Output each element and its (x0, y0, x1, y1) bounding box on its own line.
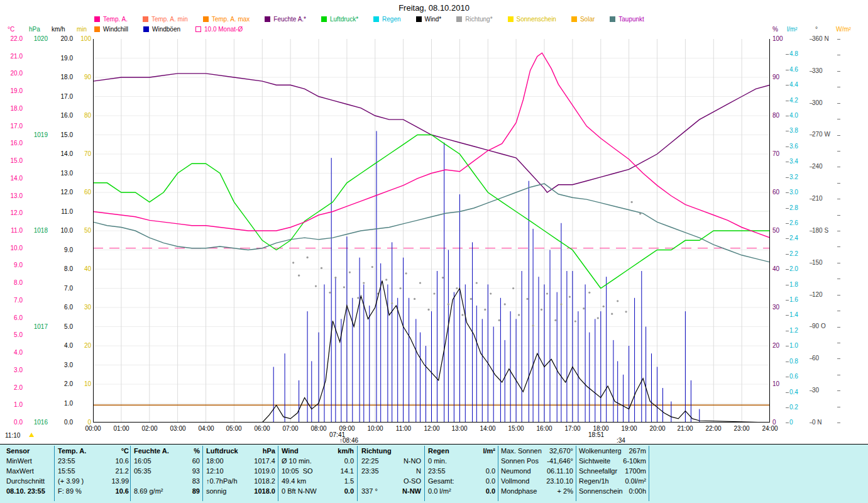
x-axis-label: 00:00 (79, 425, 107, 432)
axis-label-deg: 210 (812, 195, 823, 202)
axis-label-lm2: 1.4 (789, 311, 798, 319)
table-header: hPa (206, 447, 275, 455)
axis-tick (810, 167, 813, 167)
axis-tick (837, 167, 840, 167)
axis-tick (810, 135, 813, 135)
axis-header-hpa: hPa (29, 26, 40, 33)
legend-swatch (143, 16, 148, 22)
table-row-label: Durchschnitt (6, 477, 45, 485)
legend-swatch (321, 16, 327, 22)
axis-tick (786, 192, 789, 193)
axis-label-deg: 0 N (812, 419, 822, 426)
x-axis-label: 24:00 (756, 425, 784, 432)
axis-label-deg: 120 (812, 291, 823, 299)
sun-marker-icon (29, 433, 34, 437)
series-richtung (456, 287, 458, 289)
x-axis-label: 17:00 (559, 425, 586, 432)
legend-item: Wind* (416, 16, 442, 23)
series-richtung (631, 201, 633, 203)
axis-label-sun_min: 50 (63, 227, 91, 235)
axis-tick (837, 231, 840, 231)
axis-tick (786, 131, 789, 131)
axis-header-deg: ° (815, 26, 818, 33)
x-axis-label: 22:00 (700, 425, 727, 432)
axis-tick (786, 238, 789, 239)
table-header: Sensor (6, 447, 30, 455)
legend-item: Temp. A. max (203, 16, 250, 23)
x-axis-label: 13:00 (446, 425, 473, 432)
legend-item: Feuchte A.* (265, 16, 306, 23)
axis-tick (786, 362, 789, 362)
axis-tick (837, 295, 840, 296)
legend-row-1: Temp. A.Temp. A. minTemp. A. maxFeuchte … (94, 16, 659, 23)
axis-label-kmh: 5.0 (45, 323, 73, 331)
table-cell: 1018.0 (206, 487, 275, 495)
axis-tick (837, 135, 840, 136)
axis-tick (810, 263, 813, 263)
axis-label-sun_min: 80 (63, 112, 91, 119)
series-richtung (625, 311, 627, 312)
legend-swatch (373, 16, 379, 22)
axis-label-kmh: 17.0 (45, 93, 73, 101)
x-axis-label: 02:00 (136, 425, 163, 432)
axis-label-lm2: 4.6 (789, 66, 798, 74)
legend-item: Richtung* (456, 16, 492, 23)
table-separator (576, 446, 576, 501)
legend-label: Windchill (103, 26, 128, 33)
axis-label-temp_c: 20.0 (0, 70, 23, 77)
legend-label: Temp. A. (103, 16, 128, 23)
axis-header-pct: % (772, 26, 778, 33)
axis-label-temp_c: 19.0 (0, 87, 23, 95)
legend-item: Windchill (94, 26, 128, 33)
x-axis-label: 16:00 (530, 425, 558, 432)
legend-label: Sonnenschein (517, 16, 556, 23)
axis-label-hpa: 1017 (20, 323, 48, 331)
axis-label-lm2: 3.6 (789, 143, 798, 150)
axis-label-temp_c: 17.0 (0, 123, 23, 130)
axis-tick (786, 146, 789, 147)
legend-item: Taupunkt (610, 16, 644, 23)
legend-swatch (508, 16, 514, 22)
table-cell: O-SO (361, 477, 421, 485)
axis-tick (786, 254, 789, 255)
table-cell: 0 min. (428, 457, 447, 465)
series-richtung (583, 307, 585, 309)
table-cell: 0.0 (282, 487, 354, 495)
axis-tick (786, 285, 789, 285)
table-cell: 0.0 (428, 477, 495, 485)
axis-label-lm2: 1.6 (789, 296, 798, 304)
axis-tick (837, 407, 840, 407)
series-richtung (476, 282, 478, 284)
axis-label-lm2: 0.2 (789, 404, 798, 411)
axis-tick (786, 269, 789, 270)
axis-label-lm2: 1.2 (789, 327, 798, 334)
axis-tick (837, 55, 840, 55)
series-richtung (414, 298, 415, 300)
table-cell: 10.6 (58, 487, 129, 495)
axis-tick (837, 263, 840, 263)
axis-label-temp_c: 5.0 (0, 331, 23, 339)
table-row-label: MinWert (6, 457, 32, 465)
series-richtung (385, 279, 387, 280)
axis-label-deg: 60 (812, 355, 819, 362)
table-separator (278, 446, 278, 501)
axis-label-temp_c: 9.0 (0, 262, 23, 269)
moonrise-annotation: ↑08:46 (339, 437, 358, 444)
axis-label-temp_c: 7.0 (0, 297, 23, 304)
x-axis-label: 12:00 (418, 425, 446, 432)
legend-label: Regen (382, 16, 400, 23)
series-richtung (405, 272, 407, 274)
axis-label-pct: 60 (772, 189, 779, 196)
series-richtung (321, 267, 322, 269)
table-cell: 06.11.10 (501, 467, 573, 475)
axis-label-deg: 150 (812, 259, 823, 267)
axis-label-sun_min: 90 (63, 74, 91, 81)
axis-label-pct: 80 (772, 112, 779, 119)
x-axis-label: 15:00 (502, 425, 530, 432)
x-axis-label: 10:00 (361, 425, 389, 432)
axis-label-lm2: 4.4 (789, 81, 798, 89)
series-richtung (349, 272, 351, 274)
axis-label-pct: 90 (772, 74, 779, 81)
table-cell: 60 (134, 457, 200, 465)
axis-label-temp_c: 14.0 (0, 175, 23, 182)
